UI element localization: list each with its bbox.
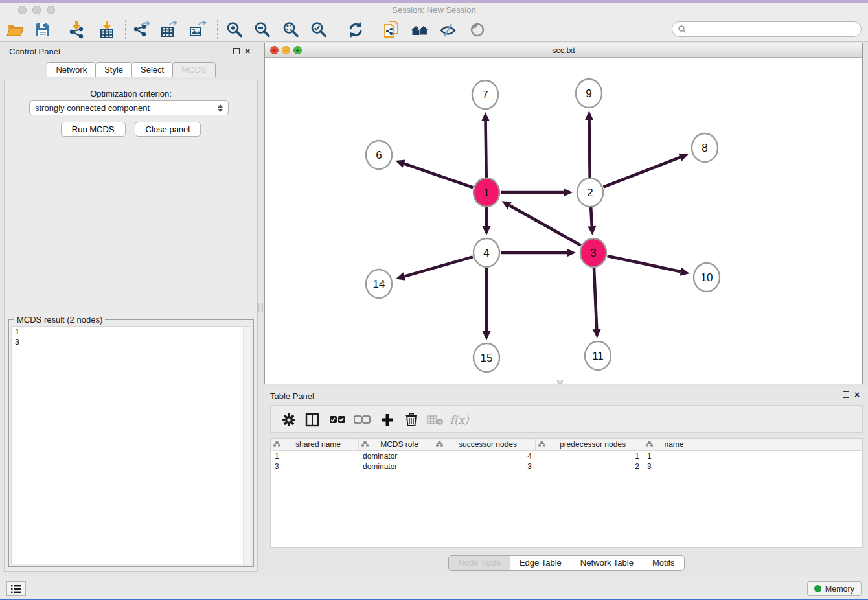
column-header-predecessor-nodes[interactable]: predecessor nodes: [536, 439, 643, 450]
zoom-selected-button[interactable]: [307, 19, 330, 40]
table-cell-successor-nodes[interactable]: 3: [433, 461, 536, 472]
graph-node-label-3: 3: [590, 247, 596, 259]
zoom-fit-button[interactable]: [279, 19, 303, 40]
column-header-filler: [698, 439, 862, 450]
control-tab-style[interactable]: Style: [95, 62, 132, 77]
tab-edge-table[interactable]: Edge Table: [510, 555, 571, 571]
edge-3-10[interactable]: [607, 256, 680, 271]
deselect-all-button[interactable]: [351, 410, 373, 430]
export-table-button[interactable]: [157, 19, 181, 40]
column-header-name[interactable]: name: [643, 439, 698, 450]
graph-node-label-15: 15: [481, 352, 493, 364]
optimization-criterion-dropdown[interactable]: strongly connected component: [29, 100, 229, 115]
network-canvas[interactable]: 7968124314101511: [265, 58, 862, 384]
node-table[interactable]: shared nameMCDS rolesuccessor nodesprede…: [270, 438, 863, 548]
edge-2-8[interactable]: [603, 157, 680, 187]
status-bar: Memory: [0, 577, 868, 599]
table-options-button[interactable]: [278, 410, 300, 430]
graph-node-label-4: 4: [483, 247, 489, 259]
table-row[interactable]: 3dominator323: [271, 461, 862, 472]
table-cell-predecessor-nodes[interactable]: 1: [536, 451, 643, 461]
table-panel: Table Panel ×: [264, 387, 868, 577]
table-cell-successor-nodes[interactable]: 4: [433, 451, 536, 461]
splitter-grip-vertical[interactable]: [258, 303, 263, 312]
network-window-titlebar[interactable]: × − + scc.txt: [265, 43, 862, 58]
table-row[interactable]: 1dominator411: [271, 451, 862, 461]
table-cell-name[interactable]: 1: [643, 451, 698, 461]
export-image-icon: [188, 20, 207, 40]
show-graphics-details-button[interactable]: [466, 19, 489, 40]
import-network-button[interactable]: [65, 19, 88, 40]
search-input[interactable]: [687, 23, 861, 35]
export-image-button[interactable]: [186, 19, 209, 40]
mcds-result-list[interactable]: 13: [11, 326, 251, 564]
float-table-panel-icon[interactable]: [843, 391, 849, 398]
checked-boxes-icon: [329, 415, 346, 424]
delete-row-button[interactable]: [400, 410, 422, 430]
edge-1-6[interactable]: [404, 164, 474, 188]
close-table-panel-icon[interactable]: ×: [854, 391, 860, 398]
run-mcds-button[interactable]: Run MCDS: [61, 122, 126, 137]
network-view-window: × − + scc.txt 7968124314101511: [264, 43, 863, 384]
apply-layout-button[interactable]: [344, 19, 367, 40]
control-tab-select[interactable]: Select: [131, 62, 173, 77]
table-cell-mcds-role[interactable]: dominator: [359, 451, 433, 461]
memory-button[interactable]: Memory: [807, 581, 862, 596]
zoom-in-icon: [225, 21, 244, 39]
table-cell-shared-name[interactable]: 1: [271, 451, 359, 461]
edge-arrowhead: [483, 331, 491, 340]
column-header-successor-nodes[interactable]: successor nodes: [433, 439, 536, 450]
edge-3-1[interactable]: [510, 205, 581, 246]
result-scrollbar[interactable]: [243, 327, 251, 564]
edge-3-11[interactable]: [594, 268, 597, 329]
delete-table-button[interactable]: [424, 410, 446, 430]
eye-slash-icon: [439, 21, 458, 38]
edge-2-3[interactable]: [591, 207, 592, 226]
tab-node-table[interactable]: Node Table: [448, 555, 510, 571]
select-all-button[interactable]: [326, 410, 348, 430]
tab-motifs[interactable]: Motifs: [643, 555, 685, 571]
import-table-button[interactable]: [95, 19, 119, 40]
close-panel-button[interactable]: Close panel: [135, 122, 201, 137]
task-history-button[interactable]: [6, 581, 26, 596]
column-flow-icon: [436, 440, 443, 449]
export-network-button[interactable]: [130, 19, 153, 40]
column-header-mcds-role[interactable]: MCDS role: [359, 439, 433, 450]
table-header-row: shared nameMCDS rolesuccessor nodesprede…: [271, 439, 862, 451]
zoom-out-button[interactable]: [251, 19, 274, 40]
control-panel-title: Control Panel: [9, 47, 60, 56]
edge-1-7[interactable]: [486, 121, 486, 178]
toolbar-separator: [374, 20, 374, 39]
network-graph[interactable]: 7968124314101511: [265, 58, 862, 384]
show-column-button[interactable]: [301, 410, 323, 430]
add-row-button[interactable]: [376, 410, 398, 430]
float-panel-icon[interactable]: [233, 48, 240, 54]
fx-icon: f(x): [450, 413, 468, 426]
table-panel-title: Table Panel: [270, 391, 314, 401]
edge-2-9[interactable]: [589, 120, 590, 178]
column-header-shared-name[interactable]: shared name: [271, 439, 359, 450]
mcds-result-item: 1: [12, 327, 251, 337]
splitter-grip-horizontal[interactable]: [557, 380, 563, 384]
save-session-button[interactable]: [31, 19, 54, 40]
control-tab-network[interactable]: Network: [47, 62, 96, 77]
hide-graphics-details-button[interactable]: [437, 19, 460, 40]
table-cell-predecessor-nodes[interactable]: 2: [536, 461, 643, 472]
table-cell-name[interactable]: 3: [643, 461, 698, 472]
clone-network-button[interactable]: [380, 19, 404, 40]
edge-4-14[interactable]: [404, 257, 472, 276]
table-cell-mcds-role[interactable]: dominator: [359, 461, 433, 472]
control-tab-mcds[interactable]: MCDS: [172, 62, 215, 77]
table-cell-shared-name[interactable]: 3: [271, 461, 359, 472]
zoom-in-button[interactable]: [223, 19, 246, 40]
close-panel-icon[interactable]: ×: [245, 47, 250, 55]
plus-icon: [380, 413, 394, 427]
function-builder-button[interactable]: f(x): [448, 410, 470, 430]
mcds-result-title: MCDS result (2 nodes): [14, 315, 105, 325]
open-session-button[interactable]: [4, 19, 27, 40]
columns-icon: [305, 413, 319, 427]
show-all-views-button[interactable]: [408, 19, 431, 40]
mcds-tab-content: Optimization criterion: strongly connect…: [4, 80, 258, 572]
tab-network-table[interactable]: Network Table: [571, 555, 643, 571]
gear-icon: [282, 413, 296, 427]
